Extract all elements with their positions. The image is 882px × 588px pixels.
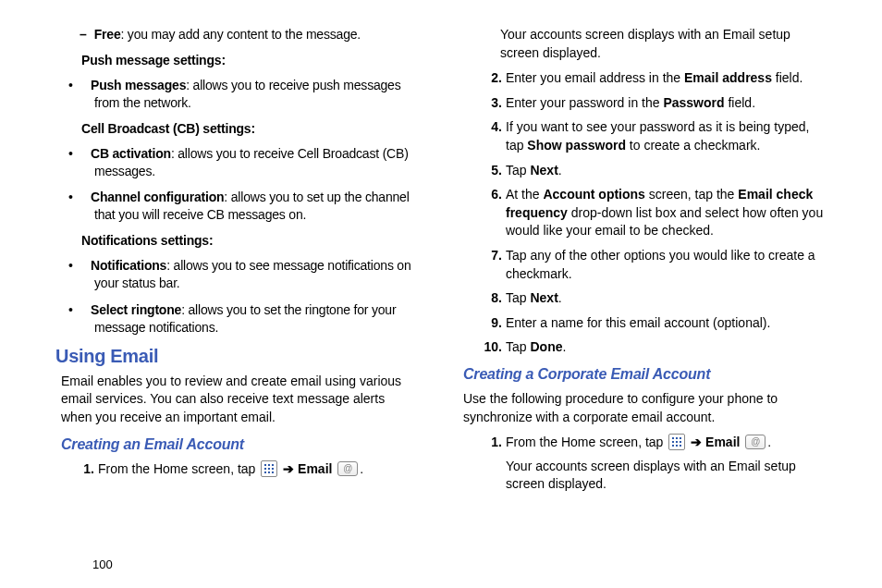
s3b: Password xyxy=(663,95,724,110)
email-label: Email xyxy=(298,461,332,476)
s3a: Enter your password in the xyxy=(506,95,663,110)
cs1a: From the Home screen, tap xyxy=(506,435,667,449)
push-messages-item: •Push messages: allows you to receive pu… xyxy=(55,77,419,112)
s3c: field. xyxy=(725,95,755,110)
step-number: 7. xyxy=(478,247,502,265)
s8a: Tap xyxy=(506,290,530,305)
step1-text: From the Home screen, tap xyxy=(98,461,259,476)
step-number: 2. xyxy=(478,69,502,88)
email-label: Email xyxy=(705,435,740,449)
step-8: 8. Tap Next. xyxy=(506,289,827,308)
s6c: screen, tap the xyxy=(645,187,738,202)
s6b: Account options xyxy=(543,187,644,202)
step-2: 2. Enter you email address in the Email … xyxy=(506,69,827,88)
s4b: Show password xyxy=(527,138,626,153)
right-column: Your accounts screen displays with an Em… xyxy=(463,26,827,500)
notifications-label: Notifications xyxy=(91,258,166,273)
s7: Tap any of the other options you would l… xyxy=(506,248,815,281)
step-10: 10. Tap Done. xyxy=(506,338,827,357)
s10b: Done xyxy=(530,339,562,354)
s6a: At the xyxy=(506,187,543,202)
step-9: 9. Enter a name for this email account (… xyxy=(506,314,827,333)
s8c: . xyxy=(558,290,562,305)
s8b: Next xyxy=(530,290,557,305)
notifications-item: •Notifications: allows you to see messag… xyxy=(55,257,419,292)
step-number: 1. xyxy=(482,434,502,452)
mail-icon xyxy=(337,461,358,476)
cs1-dot: . xyxy=(767,435,771,449)
step-number: 10. xyxy=(478,338,502,357)
step-6: 6. At the Account options screen, tap th… xyxy=(506,186,827,240)
corporate-intro-para: Use the following procedure to configure… xyxy=(463,390,827,426)
s5b: Next xyxy=(530,163,557,178)
s5a: Tap xyxy=(506,163,530,178)
notif-settings-head: Notifications settings: xyxy=(55,233,419,248)
arrow-icon: ➔ xyxy=(283,461,294,476)
step-number: 3. xyxy=(478,94,502,113)
step-number: 4. xyxy=(478,118,502,137)
s5c: . xyxy=(558,163,562,178)
step-number: 1. xyxy=(74,460,94,479)
s4c: to create a checkmark. xyxy=(626,138,761,153)
bullet-dot: • xyxy=(81,145,91,163)
s10a: Tap xyxy=(506,339,530,354)
select-ringtone-item: •Select ringtone: allows you to set the … xyxy=(55,301,419,337)
step-5: 5. Tap Next. xyxy=(506,162,827,180)
s2c: field. xyxy=(772,70,802,85)
dash-bullet: – xyxy=(80,26,91,43)
corporate-email-steps: 1. From the Home screen, tap ➔ Email . Y… xyxy=(463,434,827,494)
creating-corporate-email-heading: Creating a Corporate Email Account xyxy=(463,366,827,383)
using-email-heading: Using Email xyxy=(55,346,419,367)
bullet-dot: • xyxy=(81,257,91,275)
s2a: Enter you email address in the xyxy=(506,70,684,85)
step-number: 5. xyxy=(478,162,502,180)
apps-icon xyxy=(261,460,277,477)
push-settings-head: Push message settings: xyxy=(55,53,419,67)
free-text: : you may add any content to the message… xyxy=(120,27,361,42)
step-number: 6. xyxy=(478,186,502,204)
cb-settings-head: Cell Broadcast (CB) settings: xyxy=(55,121,419,136)
push-messages-label: Push messages xyxy=(91,78,186,92)
creating-email-account-heading: Creating an Email Account xyxy=(55,436,419,453)
corp-step1-continuation: Your accounts screen displays with an Em… xyxy=(506,458,827,494)
left-column: – Free: you may add any content to the m… xyxy=(55,26,419,500)
bullet-dot: • xyxy=(81,77,91,94)
arrow-icon: ➔ xyxy=(691,435,702,449)
step-3: 3. Enter your password in the Password f… xyxy=(506,94,827,113)
s10c: . xyxy=(562,339,566,354)
mail-icon xyxy=(745,435,766,449)
page-number: 100 xyxy=(92,557,113,571)
step1-continuation: Your accounts screen displays with an Em… xyxy=(463,26,827,62)
step-number: 8. xyxy=(478,289,502,308)
s2b: Email address xyxy=(684,70,772,85)
select-ringtone-label: Select ringtone xyxy=(91,302,181,317)
free-label: Free xyxy=(94,27,121,42)
email-intro-para: Email enables you to review and create e… xyxy=(55,373,419,427)
step-1: 1. From the Home screen, tap ➔ Email . xyxy=(98,460,419,479)
creating-email-steps-cont: 2. Enter you email address in the Email … xyxy=(463,69,827,357)
bullet-dot: • xyxy=(81,189,91,206)
channel-config-item: •Channel configuration: allows you to se… xyxy=(55,189,419,224)
corp-step-1: 1. From the Home screen, tap ➔ Email . Y… xyxy=(506,434,827,494)
cb-activation-item: •CB activation: allows you to receive Ce… xyxy=(55,145,419,180)
page-content: – Free: you may add any content to the m… xyxy=(55,26,827,500)
creating-email-steps: 1. From the Home screen, tap ➔ Email . xyxy=(55,460,419,479)
free-item: – Free: you may add any content to the m… xyxy=(55,26,419,43)
step-4: 4. If you want to see your password as i… xyxy=(506,118,827,154)
channel-config-label: Channel configuration xyxy=(91,190,224,204)
bullet-dot: • xyxy=(81,301,91,319)
s9: Enter a name for this email account (opt… xyxy=(506,315,770,330)
step-number: 9. xyxy=(478,314,502,333)
step-7: 7. Tap any of the other options you woul… xyxy=(506,247,827,283)
step1-dot: . xyxy=(360,461,363,476)
cb-activation-label: CB activation xyxy=(91,146,171,161)
apps-icon xyxy=(668,434,685,450)
